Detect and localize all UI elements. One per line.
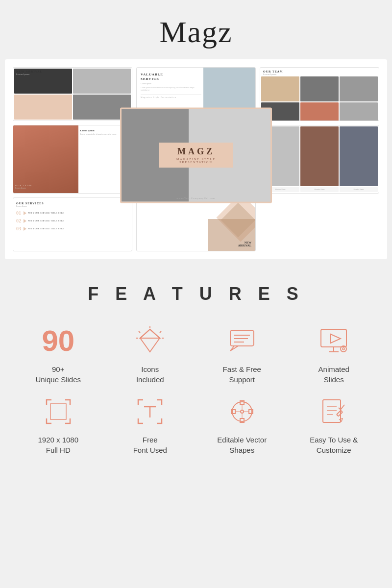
slide7-item-1: 01 PUT YOUR SERVICE TITLE HERE xyxy=(16,210,129,216)
feature-icons-included: IconsIncluded xyxy=(107,324,194,385)
slide-our-services: OUR SERVICES Lorem Ipsum 01 PUT YOUR SER… xyxy=(13,197,132,251)
slide3-img6 xyxy=(340,102,378,121)
slides-number: 90 xyxy=(42,326,74,356)
text-frame-icon xyxy=(130,394,170,429)
editable-vector-label: Editable VectorShapes xyxy=(217,435,267,455)
unique-slides-label: 90+Unique Slides xyxy=(35,364,81,385)
slide3-img1 xyxy=(261,76,299,101)
feature-free-font: FreeFont Used xyxy=(107,394,194,455)
header-section: Magz xyxy=(0,0,392,59)
frame-icon xyxy=(39,394,78,429)
pen-tool-icon xyxy=(222,394,262,429)
svg-point-16 xyxy=(343,348,344,350)
chat-icon xyxy=(222,324,262,358)
slide3-img3 xyxy=(340,76,378,101)
slide1-img2 xyxy=(73,69,131,94)
easy-customize-label: Easy To Use &Customize xyxy=(310,435,358,455)
preview-section: NEW ARRIVAL Lorem Ipsum VALUABLESERVICE … xyxy=(5,59,387,259)
slide2-tagline: Magazine Style Presentation xyxy=(141,94,201,98)
feature-unique-slides: 90 90+Unique Slides xyxy=(15,324,102,385)
fast-support-label: Fast & FreeSupport xyxy=(223,364,261,385)
features-grid: 90 90+Unique Slides IconsIncluded xyxy=(15,324,377,455)
member3-name: Member Name xyxy=(340,187,378,192)
feature-fast-support: Fast & FreeSupport xyxy=(198,324,286,385)
slide-new-arrival-2: NEWARRIVAL xyxy=(136,197,256,251)
feature-easy-customize: Easy To Use &Customize xyxy=(291,394,378,455)
number-icon: 90 xyxy=(39,324,78,358)
slide4-sublabel: Lorem Ipsum xyxy=(15,187,32,189)
svg-marker-12 xyxy=(331,334,341,343)
center-slide-url: www.YourCompanyUrl.com xyxy=(176,196,216,199)
monitor-icon xyxy=(314,324,353,358)
slide3-sublabel: Lorem Ipsum xyxy=(263,73,283,75)
app-title: Magz xyxy=(0,15,392,49)
slide-center-hero: MAGZ Magazine Style Presentation www.You… xyxy=(120,107,272,203)
svg-line-4 xyxy=(139,331,140,333)
member2-name: Member Name xyxy=(300,187,339,192)
svg-marker-1 xyxy=(140,329,160,338)
features-section: F E A T U R E S 90 90+Unique Slides xyxy=(5,274,387,485)
slide2-sublabel: Lorem Ipsum xyxy=(141,82,201,85)
slide7-items: 01 PUT YOUR SERVICE TITLE HERE 02 PUT YO… xyxy=(16,210,129,231)
member2-img-top xyxy=(300,126,339,186)
feature-full-hd: 1920 x 1080Full HD xyxy=(15,394,102,455)
slide7-item-3: 03 PUT YOUR SERVICE TITLE HERE xyxy=(16,226,129,231)
free-font-label: FreeFont Used xyxy=(133,435,167,455)
feature-editable-vector: Editable VectorShapes xyxy=(198,394,286,455)
slide2-body: Lorem ipsum dolor sit amet consectetur a… xyxy=(141,87,201,92)
slide1-sublabel: Lorem Ipsum xyxy=(16,73,43,75)
slide7-sublabel: Lorem Ipsum xyxy=(16,205,129,207)
slide-our-team-full: OUR TEAM Lorem Ipsum Lorem Ipsum Lorem i… xyxy=(13,125,132,194)
svg-rect-17 xyxy=(50,404,66,419)
svg-rect-30 xyxy=(323,400,341,422)
slide3-img2 xyxy=(300,76,339,101)
edit-icon xyxy=(314,394,353,429)
svg-line-3 xyxy=(160,331,161,333)
slides-grid: NEW ARRIVAL Lorem Ipsum VALUABLESERVICE … xyxy=(13,67,379,251)
feature-animated-slides: AnimatedSlides xyxy=(291,324,378,385)
svg-rect-34 xyxy=(337,411,343,416)
center-slide-badge: MAGZ Magazine Style Presentation xyxy=(159,143,233,168)
svg-marker-0 xyxy=(140,329,160,352)
member3-img-top xyxy=(340,126,378,186)
member-col-2: Member Name xyxy=(300,126,339,192)
slide4-img xyxy=(13,125,78,193)
slide7-item-2: 02 PUT YOUR SERVICE TITLE HERE xyxy=(16,218,129,223)
slide2-title: VALUABLESERVICE xyxy=(141,73,201,81)
icons-included-label: IconsIncluded xyxy=(136,364,164,385)
svg-rect-11 xyxy=(321,329,346,347)
slide-new-arrival: NEW ARRIVAL Lorem Ipsum xyxy=(13,67,132,121)
center-slide-subtitle: Magazine Style Presentation xyxy=(167,158,225,164)
slide-our-team-collage: OUR TEAM Lorem Ipsum xyxy=(260,67,379,121)
svg-point-25 xyxy=(241,410,244,413)
diamond-icon xyxy=(130,324,170,358)
slide-members: Member Name Member Name Member Name xyxy=(260,125,379,194)
features-title: F E A T U R E S xyxy=(15,284,377,304)
slide1-img3 xyxy=(14,95,72,120)
slide3-img5 xyxy=(300,102,339,121)
center-slide-title: MAGZ xyxy=(167,147,225,157)
animated-slides-label: AnimatedSlides xyxy=(318,364,349,385)
full-hd-label: 1920 x 1080Full HD xyxy=(38,435,78,455)
slide8-label: NEWARRIVAL xyxy=(238,241,251,247)
member-col-3: Member Name xyxy=(340,126,378,192)
